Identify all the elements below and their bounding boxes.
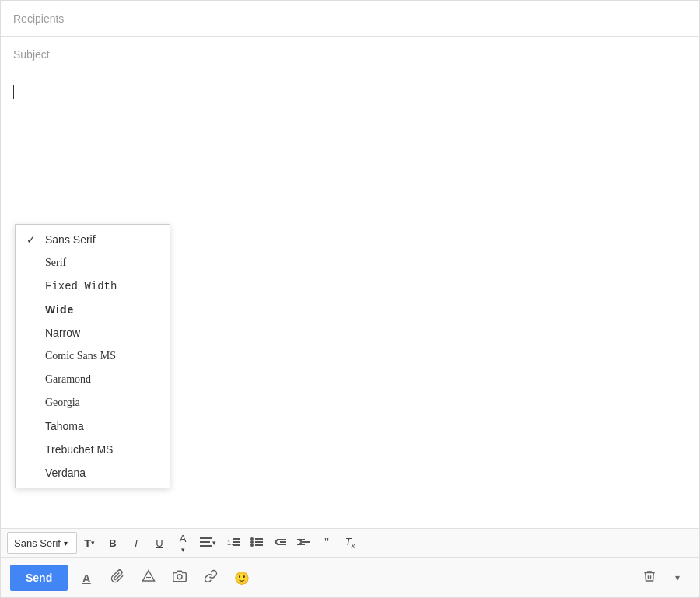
font-size-button[interactable]: T ▾ bbox=[79, 532, 100, 554]
recipients-row: Recipients bbox=[1, 1, 699, 37]
ol-icon: 1. bbox=[227, 537, 240, 547]
blockquote-button[interactable]: " bbox=[316, 532, 338, 554]
action-bar-right: ▾ bbox=[637, 565, 690, 590]
align-lines-icon bbox=[200, 537, 212, 547]
checkmark-icon: ✓ bbox=[26, 233, 42, 246]
bullet-list-button[interactable] bbox=[246, 532, 268, 554]
font-option-fixed-width[interactable]: Fixed Width bbox=[16, 275, 170, 298]
indent-icon bbox=[297, 537, 310, 547]
compose-window: Recipients Subject ✓Sans SerifSerifFixed… bbox=[0, 0, 700, 598]
bullet-list-icon bbox=[250, 537, 263, 550]
paperclip-icon bbox=[110, 569, 124, 586]
email-body[interactable]: ✓Sans SerifSerifFixed WidthWideNarrowCom… bbox=[1, 72, 699, 528]
font-option-wide[interactable]: Wide bbox=[16, 298, 170, 321]
camera-icon bbox=[173, 569, 187, 586]
clear-format-icon: Tx bbox=[345, 536, 355, 550]
subject-input[interactable] bbox=[56, 48, 687, 61]
font-name-label: Fixed Width bbox=[45, 280, 117, 292]
google-drive-button[interactable] bbox=[136, 565, 161, 590]
font-name-label: Comic Sans MS bbox=[45, 350, 116, 362]
ul-icon bbox=[250, 537, 263, 547]
bold-icon: B bbox=[109, 537, 116, 549]
font-option-garamond[interactable]: Garamond bbox=[16, 368, 170, 391]
format-text-icon: A bbox=[82, 572, 91, 585]
dedent-icon bbox=[274, 537, 286, 547]
align-button[interactable]: ▾ bbox=[195, 532, 221, 554]
svg-point-7 bbox=[250, 537, 254, 540]
font-selector-button[interactable]: Sans Serif ▾ bbox=[7, 532, 77, 554]
indent-more-icon bbox=[297, 537, 310, 550]
italic-button[interactable]: I bbox=[125, 532, 147, 554]
font-name-label: Trebuchet MS bbox=[45, 443, 113, 456]
svg-marker-19 bbox=[143, 571, 155, 582]
font-size-icon: T bbox=[84, 537, 91, 550]
svg-point-21 bbox=[177, 575, 182, 579]
blockquote-icon: " bbox=[324, 536, 330, 550]
svg-text:1.: 1. bbox=[227, 539, 233, 547]
text-color-button[interactable]: A ▾ bbox=[172, 532, 194, 554]
font-name-label: Verdana bbox=[45, 467, 86, 479]
indent-more-button[interactable] bbox=[292, 532, 314, 554]
emoji-icon: 🙂 bbox=[234, 571, 250, 586]
attach-file-button[interactable] bbox=[105, 565, 130, 590]
recipients-label: Recipients bbox=[13, 12, 64, 25]
action-bar: Send A bbox=[1, 558, 699, 597]
italic-icon: I bbox=[135, 537, 138, 549]
clear-format-button[interactable]: Tx bbox=[339, 532, 361, 554]
svg-point-9 bbox=[250, 544, 254, 547]
send-button[interactable]: Send bbox=[10, 565, 68, 591]
formatting-toolbar: Sans Serif ▾ T ▾ B I U A ▾ bbox=[1, 528, 699, 558]
text-color-chevron-icon: ▾ bbox=[181, 546, 185, 554]
font-option-sans-serif[interactable]: ✓Sans Serif bbox=[16, 228, 170, 251]
font-option-comic-sans-ms[interactable]: Comic Sans MS bbox=[16, 344, 170, 368]
font-option-trebuchet-ms[interactable]: Trebuchet MS bbox=[16, 438, 170, 461]
numbered-list-icon: 1. bbox=[227, 537, 240, 550]
insert-emoji-button[interactable]: 🙂 bbox=[229, 565, 254, 590]
font-dropdown: ✓Sans SerifSerifFixed WidthWideNarrowCom… bbox=[15, 224, 170, 488]
font-name-label: Narrow bbox=[45, 327, 80, 339]
subject-row: Subject bbox=[1, 37, 699, 72]
font-option-verdana[interactable]: Verdana bbox=[16, 461, 170, 484]
delete-button[interactable] bbox=[637, 565, 662, 590]
link-icon bbox=[204, 569, 218, 586]
chevron-down-icon: ▾ bbox=[675, 572, 680, 583]
more-options-button[interactable]: ▾ bbox=[665, 565, 690, 590]
indent-less-icon bbox=[274, 537, 286, 550]
svg-point-8 bbox=[250, 540, 254, 544]
font-size-chevron-icon: ▾ bbox=[91, 539, 95, 547]
font-name-label: Serif bbox=[45, 257, 66, 269]
align-chevron-icon: ▾ bbox=[212, 539, 216, 547]
format-text-button[interactable]: A bbox=[74, 565, 99, 590]
recipients-input[interactable] bbox=[70, 12, 687, 25]
drive-icon bbox=[142, 569, 156, 586]
underline-button[interactable]: U bbox=[149, 532, 170, 554]
font-selector-label: Sans Serif bbox=[14, 537, 61, 549]
font-selector-chevron-icon: ▾ bbox=[64, 539, 68, 547]
font-name-label: Georgia bbox=[45, 397, 80, 409]
underline-icon: U bbox=[156, 537, 163, 549]
indent-less-button[interactable] bbox=[269, 532, 291, 554]
insert-link-button[interactable] bbox=[198, 565, 223, 590]
align-icon bbox=[200, 537, 212, 550]
trash-icon bbox=[642, 569, 656, 586]
numbered-list-button[interactable]: 1. bbox=[222, 532, 244, 554]
font-name-label: Sans Serif bbox=[45, 233, 96, 246]
subject-label: Subject bbox=[13, 48, 50, 61]
font-name-label: Tahoma bbox=[45, 420, 84, 432]
font-name-label: Garamond bbox=[45, 373, 91, 386]
bold-button[interactable]: B bbox=[102, 532, 124, 554]
font-option-serif[interactable]: Serif bbox=[16, 251, 170, 275]
text-cursor bbox=[13, 85, 14, 99]
font-option-tahoma[interactable]: Tahoma bbox=[16, 414, 170, 438]
text-color-icon: A bbox=[180, 533, 187, 544]
font-option-georgia[interactable]: Georgia bbox=[16, 391, 170, 414]
insert-photo-button[interactable] bbox=[167, 565, 192, 590]
font-name-label: Wide bbox=[45, 303, 74, 316]
font-option-narrow[interactable]: Narrow bbox=[16, 321, 170, 344]
